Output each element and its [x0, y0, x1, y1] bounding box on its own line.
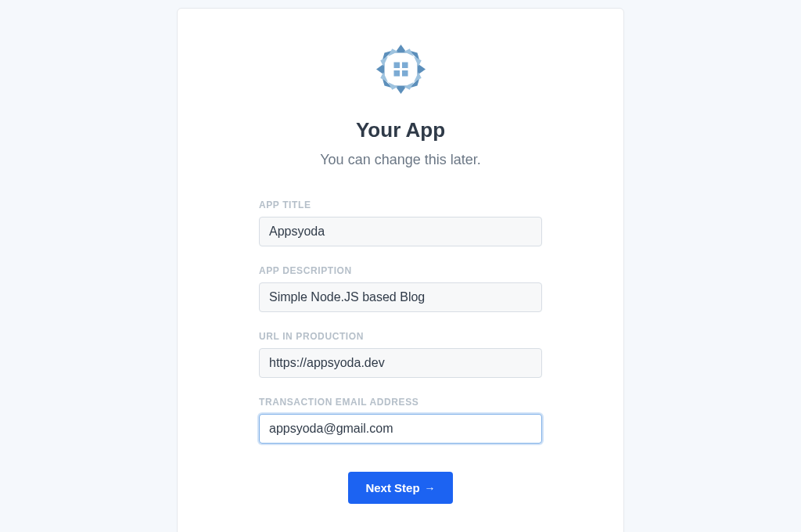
field-group-url-production: URL in Production: [259, 331, 542, 378]
field-group-transaction-email: Transaction Email Address: [259, 397, 542, 444]
page-title: Your App: [217, 118, 584, 142]
app-description-input[interactable]: [259, 282, 542, 312]
form-actions: Next Step →: [217, 472, 584, 504]
app-description-label: App Description: [259, 265, 542, 276]
svg-rect-2: [393, 70, 400, 77]
svg-rect-1: [402, 63, 408, 69]
app-title-input[interactable]: [259, 217, 542, 246]
page-subtitle: You can change this later.: [217, 152, 584, 168]
transaction-email-label: Transaction Email Address: [259, 397, 542, 408]
arrow-right-icon: →: [425, 482, 436, 494]
card-header: Your App You can change this later.: [217, 40, 584, 168]
url-production-label: URL in Production: [259, 331, 542, 342]
app-logo-icon: [372, 40, 430, 99]
next-step-button[interactable]: Next Step →: [348, 472, 452, 504]
field-group-app-title: App Title: [259, 200, 542, 246]
url-production-input[interactable]: [259, 348, 542, 378]
next-step-label: Next Step: [365, 481, 419, 494]
field-group-app-description: App Description: [259, 265, 542, 312]
app-setup-card: Your App You can change this later. App …: [177, 8, 624, 532]
svg-rect-0: [393, 63, 400, 69]
app-title-label: App Title: [259, 200, 542, 210]
svg-rect-3: [402, 70, 408, 77]
transaction-email-input[interactable]: [259, 414, 542, 444]
